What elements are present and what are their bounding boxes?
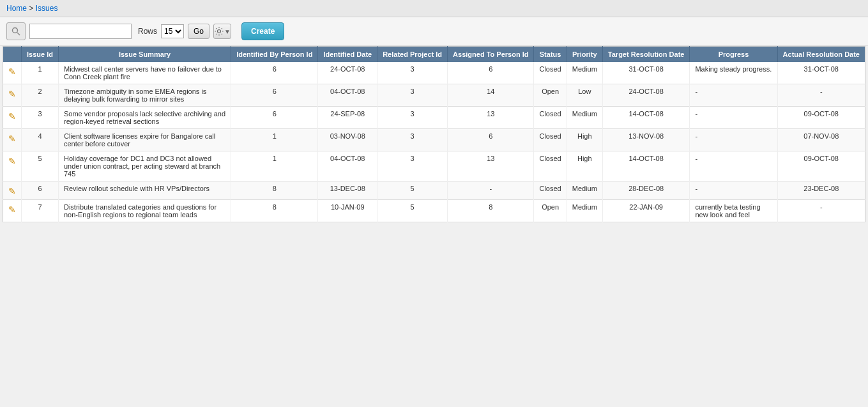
status-cell: Closed (534, 62, 567, 84)
issue-id-cell: 1 (22, 62, 59, 84)
progress-cell: currently beta testing new look and feel (690, 200, 777, 222)
create-button[interactable]: Create (241, 22, 284, 40)
svg-line-1 (17, 33, 20, 35)
assigned-to-cell: 6 (448, 62, 534, 84)
gear-button[interactable]: ▼ (213, 24, 231, 39)
issue-summary-cell: Midwest call center servers have no fail… (58, 62, 231, 84)
col-header-edit (3, 47, 22, 63)
col-header-target-date[interactable]: Target Resolution Date (602, 47, 690, 63)
col-header-related-project[interactable]: Related Project Id (377, 47, 448, 63)
breadcrumb-separator: > (29, 4, 35, 13)
edit-cell[interactable]: ✎ (3, 62, 22, 84)
edit-icon[interactable]: ✎ (8, 132, 16, 144)
related-project-cell: 3 (377, 151, 448, 181)
gear-dropdown-arrow: ▼ (224, 28, 231, 35)
target-date-cell: 13-NOV-08 (602, 129, 690, 151)
rows-select[interactable]: 5 10 15 20 25 50 (161, 24, 184, 38)
edit-icon[interactable]: ✎ (8, 65, 16, 77)
actual-date-cell: 31-OCT-08 (777, 62, 865, 84)
issue-id-cell: 4 (22, 129, 59, 151)
identified-date-cell: 04-OCT-08 (318, 151, 377, 181)
svg-point-0 (13, 28, 18, 33)
actual-date-cell: 23-DEC-08 (777, 181, 865, 200)
svg-point-2 (218, 30, 221, 33)
issue-id-cell: 7 (22, 200, 59, 222)
gear-icon (214, 26, 224, 36)
table-row: ✎7Distribute translated categories and q… (3, 200, 865, 222)
col-header-priority[interactable]: Priority (567, 47, 602, 63)
target-date-cell: 14-OCT-08 (602, 151, 690, 181)
edit-cell[interactable]: ✎ (3, 107, 22, 129)
issues-table: Issue Id Issue Summary Identified By Per… (3, 46, 865, 222)
edit-icon[interactable]: ✎ (8, 203, 16, 215)
edit-cell[interactable]: ✎ (3, 151, 22, 181)
table-row: ✎5Holiday coverage for DC1 and DC3 not a… (3, 151, 865, 181)
edit-cell[interactable]: ✎ (3, 84, 22, 107)
target-date-cell: 22-JAN-09 (602, 200, 690, 222)
identified-by-cell: 6 (231, 84, 318, 107)
col-header-issue-summary[interactable]: Issue Summary (58, 47, 231, 63)
priority-cell: Low (567, 84, 602, 107)
table-row: ✎3Some vendor proposals lack selective a… (3, 107, 865, 129)
col-header-identified-by[interactable]: Identified By Person Id (231, 47, 318, 63)
edit-cell[interactable]: ✎ (3, 200, 22, 222)
progress-cell: - (690, 181, 777, 200)
actual-date-cell: 09-OCT-08 (777, 151, 865, 181)
related-project-cell: 5 (377, 200, 448, 222)
table-header-row: Issue Id Issue Summary Identified By Per… (3, 47, 865, 63)
related-project-cell: 3 (377, 129, 448, 151)
table-row: ✎4Client software licenses expire for Ba… (3, 129, 865, 151)
search-input[interactable] (29, 24, 132, 39)
breadcrumb-home[interactable]: Home (6, 4, 27, 13)
toolbar: Rows 5 10 15 20 25 50 Go ▼ Create (0, 17, 868, 46)
status-cell: Closed (534, 107, 567, 129)
issue-summary-cell: Review rollout schedule with HR VPs/Dire… (58, 181, 231, 200)
issue-summary-cell: Client software licenses expire for Bang… (58, 129, 231, 151)
identified-date-cell: 10-JAN-09 (318, 200, 377, 222)
progress-cell: - (690, 151, 777, 181)
identified-date-cell: 13-DEC-08 (318, 181, 377, 200)
col-header-progress[interactable]: Progress (690, 47, 777, 63)
col-header-assigned-to[interactable]: Assigned To Person Id (448, 47, 534, 63)
go-button[interactable]: Go (188, 24, 209, 39)
status-cell: Open (534, 200, 567, 222)
progress-cell: - (690, 129, 777, 151)
priority-cell: High (567, 151, 602, 181)
target-date-cell: 14-OCT-08 (602, 107, 690, 129)
actual-date-cell: - (777, 200, 865, 222)
table-row: ✎2Timezone ambiguity in some EMEA region… (3, 84, 865, 107)
edit-icon[interactable]: ✎ (8, 110, 16, 121)
issue-summary-cell: Holiday coverage for DC1 and DC3 not all… (58, 151, 231, 181)
col-header-identified-date[interactable]: Identified Date (318, 47, 377, 63)
edit-cell[interactable]: ✎ (3, 129, 22, 151)
assigned-to-cell: - (448, 181, 534, 200)
col-header-status[interactable]: Status (534, 47, 567, 63)
related-project-cell: 5 (377, 181, 448, 200)
related-project-cell: 3 (377, 84, 448, 107)
edit-cell[interactable]: ✎ (3, 181, 22, 200)
progress-cell: Making steady progress. (690, 62, 777, 84)
col-header-issue-id[interactable]: Issue Id (22, 47, 59, 63)
identified-date-cell: 03-NOV-08 (318, 129, 377, 151)
issue-id-cell: 2 (22, 84, 59, 107)
related-project-cell: 3 (377, 62, 448, 84)
search-icon-button[interactable] (6, 22, 26, 40)
progress-cell: - (690, 107, 777, 129)
status-cell: Closed (534, 181, 567, 200)
col-header-actual-date[interactable]: Actual Resolution Date (777, 47, 865, 63)
identified-by-cell: 6 (231, 107, 318, 129)
related-project-cell: 3 (377, 107, 448, 129)
edit-icon[interactable]: ✎ (8, 88, 16, 99)
actual-date-cell: - (777, 84, 865, 107)
table-row: ✎1Midwest call center servers have no fa… (3, 62, 865, 84)
issue-id-cell: 3 (22, 107, 59, 129)
issue-summary-cell: Timezone ambiguity in some EMEA regions … (58, 84, 231, 107)
edit-icon[interactable]: ✎ (8, 155, 16, 166)
issue-id-cell: 5 (22, 151, 59, 181)
identified-by-cell: 1 (231, 129, 318, 151)
breadcrumb-issues[interactable]: Issues (36, 4, 58, 13)
edit-icon[interactable]: ✎ (8, 185, 16, 196)
status-cell: Open (534, 84, 567, 107)
target-date-cell: 24-OCT-08 (602, 84, 690, 107)
status-cell: Closed (534, 129, 567, 151)
